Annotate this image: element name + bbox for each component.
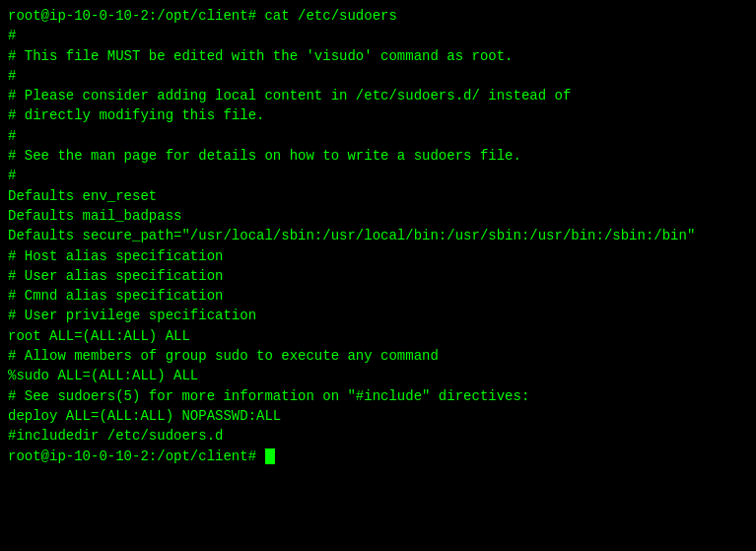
terminal-output-line: # (8, 26, 748, 45)
terminal-output-line: deploy ALL=(ALL:ALL) NOPASSWD:ALL (8, 406, 748, 426)
terminal-cursor (265, 448, 275, 464)
terminal-output-line: # See sudoers(5) for more information on… (8, 386, 748, 406)
terminal-window: root@ip-10-0-10-2:/opt/client# cat /etc/… (0, 0, 756, 551)
terminal-output-line: Defaults mail_badpass (8, 206, 748, 226)
terminal-command-line: root@ip-10-0-10-2:/opt/client# cat /etc/… (8, 6, 748, 26)
terminal-output-line: # This file MUST be edited with the 'vis… (8, 46, 748, 66)
terminal-prompt-line: root@ip-10-0-10-2:/opt/client# (8, 447, 748, 466)
terminal-output-line: %sudo ALL=(ALL:ALL) ALL (8, 366, 748, 385)
terminal-output-line: # User alias specification (8, 266, 748, 286)
terminal-output-line: # Host alias specification (8, 246, 748, 266)
terminal-output-line: # (8, 166, 748, 185)
terminal-output-line: # Please consider adding local content i… (8, 86, 748, 105)
terminal-output-line: Defaults secure_path="/usr/local/sbin:/u… (8, 226, 748, 245)
terminal-output-line: root ALL=(ALL:ALL) ALL (8, 326, 748, 346)
terminal-output-line: # Allow members of group sudo to execute… (8, 346, 748, 366)
terminal-output-line: # Cmnd alias specification (8, 286, 748, 306)
terminal-output-line: # (8, 126, 748, 146)
terminal-output-line: # directly modifying this file. (8, 105, 748, 125)
prompt-text: root@ip-10-0-10-2:/opt/client# (8, 447, 264, 466)
terminal-output-line: #includedir /etc/sudoers.d (8, 426, 748, 446)
terminal-output-line: # See the man page for details on how to… (8, 146, 748, 166)
terminal-output-line: Defaults env_reset (8, 186, 748, 206)
terminal-output-line: # User privilege specification (8, 306, 748, 325)
terminal-output-line: # (8, 66, 748, 86)
